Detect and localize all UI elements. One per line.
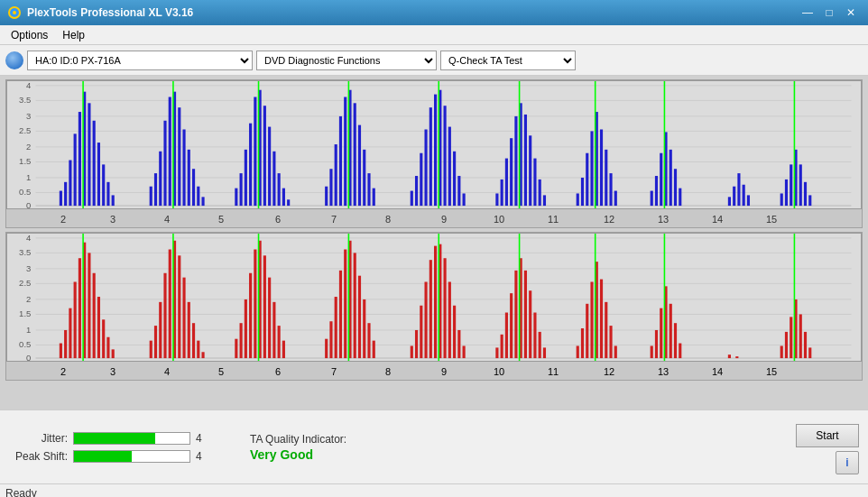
svg-rect-117 [737,173,740,206]
svg-rect-194 [373,341,375,358]
svg-rect-206 [457,330,460,358]
svg-rect-83 [463,193,466,206]
svg-rect-32 [112,195,115,206]
svg-rect-119 [747,195,750,206]
svg-rect-236 [674,323,677,358]
svg-rect-99 [586,153,588,206]
right-buttons: Start i [796,420,859,474]
svg-text:3.5: 3.5 [19,249,31,258]
svg-rect-50 [249,124,252,206]
title-controls: — □ ✕ [798,5,861,21]
function-dropdown[interactable]: DVD Diagnostic Functions [256,51,437,70]
svg-rect-58 [287,199,290,206]
svg-text:0: 0 [26,201,31,208]
svg-rect-245 [799,314,802,358]
svg-rect-221 [577,345,579,358]
svg-rect-68 [363,150,365,206]
svg-rect-108 [655,176,658,206]
svg-text:1: 1 [26,326,31,335]
svg-point-2 [13,11,16,14]
bottom-chart: 4 3.5 3 2.5 2 1.5 1 0.5 0 [5,232,863,381]
svg-text:1.5: 1.5 [19,158,31,167]
svg-rect-184 [325,339,328,358]
info-button[interactable]: i [836,451,859,474]
svg-text:1.5: 1.5 [19,310,31,319]
status-bar: Ready [0,483,868,497]
svg-rect-49 [245,150,247,206]
svg-rect-124 [799,164,802,206]
svg-rect-215 [524,271,527,358]
svg-rect-53 [263,106,266,206]
svg-rect-81 [453,152,456,206]
svg-rect-178 [263,255,266,358]
svg-rect-48 [240,173,243,206]
svg-rect-28 [93,121,96,206]
svg-rect-40 [178,107,180,206]
peakshift-bar-fill [74,451,132,462]
top-chart-area: 4 3.5 3 2.5 2 1.5 1 0.5 0 [6,80,862,209]
peakshift-label: Peak Shift: [9,450,68,463]
close-button[interactable]: ✕ [841,5,861,21]
svg-rect-118 [743,185,745,206]
jitter-bar-fill [74,433,155,444]
svg-rect-213 [514,271,517,358]
svg-rect-61 [329,169,332,206]
device-dropdown[interactable]: HA:0 ID:0 PX-716A [27,51,253,70]
svg-rect-241 [780,345,783,358]
svg-text:3: 3 [26,112,31,121]
menu-bar: Options Help [0,25,868,45]
svg-rect-193 [367,323,370,358]
svg-rect-196 [411,345,413,358]
svg-rect-66 [354,103,356,206]
menu-help[interactable]: Help [55,27,92,43]
svg-rect-79 [444,106,447,206]
svg-rect-188 [344,250,346,359]
start-button[interactable]: Start [796,424,859,447]
app-icon [7,5,22,20]
svg-rect-29 [97,143,100,206]
maximize-button[interactable]: □ [819,5,839,21]
svg-rect-226 [600,280,603,359]
svg-rect-27 [88,103,90,206]
svg-rect-87 [505,159,508,207]
svg-rect-212 [510,293,512,358]
test-dropdown[interactable]: Q-Check TA Test [440,51,576,70]
svg-rect-204 [448,281,451,358]
svg-rect-150 [78,258,81,358]
ta-section: TA Quality Indicator: Very Good [250,433,346,462]
svg-rect-97 [577,193,579,206]
svg-rect-167 [188,302,190,358]
svg-rect-146 [60,344,62,359]
svg-rect-169 [197,341,199,358]
menu-options[interactable]: Options [4,27,55,43]
svg-rect-222 [581,328,584,358]
svg-rect-205 [453,306,456,358]
svg-rect-75 [424,129,427,206]
svg-rect-103 [605,150,607,206]
svg-rect-165 [178,255,180,358]
svg-rect-157 [112,349,115,358]
main-content: 4 3.5 3 2.5 2 1.5 1 0.5 0 [0,76,868,410]
svg-rect-69 [367,173,370,206]
svg-rect-55 [272,152,275,206]
svg-rect-25 [78,112,81,206]
svg-rect-77 [434,95,437,206]
minimize-button[interactable]: — [798,5,817,21]
svg-rect-67 [358,125,361,206]
svg-rect-100 [590,131,593,206]
svg-rect-159 [150,341,152,358]
svg-rect-41 [182,129,185,206]
svg-rect-30 [102,164,105,206]
svg-rect-240 [735,356,738,358]
svg-rect-72 [411,191,413,207]
svg-rect-24 [74,133,77,206]
svg-rect-162 [163,273,166,358]
svg-rect-126 [808,195,811,206]
svg-rect-180 [272,302,275,358]
svg-rect-156 [106,337,109,358]
svg-rect-73 [415,176,418,206]
svg-rect-107 [651,191,653,207]
status-text: Ready [5,487,37,498]
svg-rect-21 [60,191,62,207]
svg-rect-175 [249,273,252,358]
